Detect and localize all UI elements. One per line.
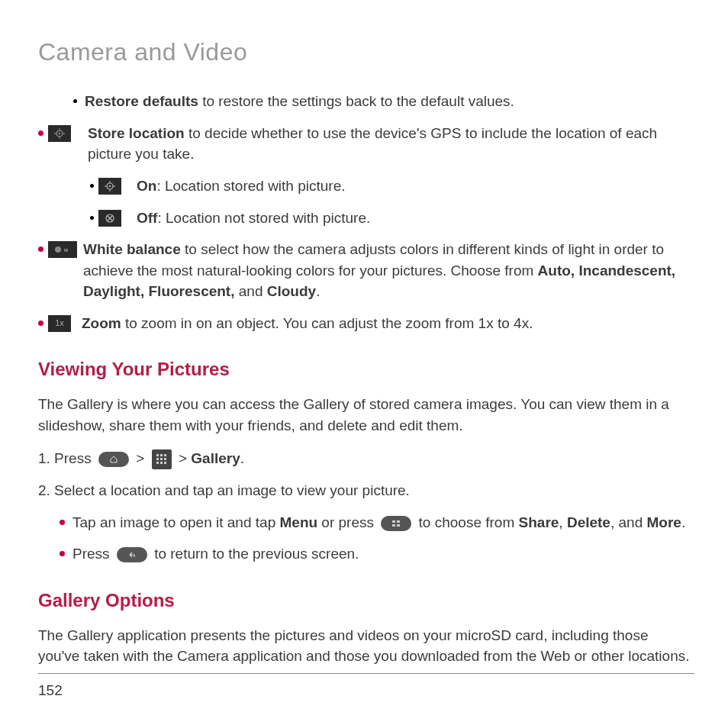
svg-rect-27 xyxy=(397,520,400,523)
bullet-store-location: Store location to decide whether to use … xyxy=(38,123,690,165)
bullet-text: White balance to select how the camera a… xyxy=(83,239,690,302)
svg-rect-21 xyxy=(160,458,163,460)
bullet-restore-defaults: Restore defaults to restore the settings… xyxy=(73,91,690,112)
text: : Location not stored with picture. xyxy=(157,210,370,226)
menu-button-icon xyxy=(381,516,411,531)
heading-viewing-pictures: Viewing Your Pictures xyxy=(38,356,690,383)
menu-label: Menu xyxy=(279,514,317,530)
viewing-intro: The Gallery is where you can access the … xyxy=(38,394,690,436)
svg-rect-18 xyxy=(160,454,163,456)
and: and xyxy=(234,283,266,299)
step-1: 1. Press > > Gallery. xyxy=(38,448,690,469)
t2: to return to the previous screen. xyxy=(154,546,359,562)
svg-rect-26 xyxy=(392,520,395,523)
bullet-text: Store location to decide whether to use … xyxy=(88,123,690,165)
svg-point-15 xyxy=(55,246,61,253)
bullet-zoom: 1x Zoom to zoom in on an object. You can… xyxy=(38,313,690,334)
back-button-icon xyxy=(117,547,147,562)
bullet-dot-icon xyxy=(38,130,43,136)
dot: . xyxy=(316,283,320,299)
step1-pre: 1. Press xyxy=(38,450,95,466)
text: to restore the settings back to the defa… xyxy=(198,93,514,109)
page-footer: 152 xyxy=(38,673,694,701)
zoom-icon-label: 1x xyxy=(55,317,64,330)
bullet-dot-icon xyxy=(38,321,43,326)
bullet-dot-icon xyxy=(60,520,65,525)
sep2: > xyxy=(179,450,191,466)
gps-off-icon xyxy=(98,210,121,227)
bullet-text: On: Location stored with picture. xyxy=(137,176,346,197)
svg-rect-28 xyxy=(392,524,395,527)
text: : Location stored with picture. xyxy=(156,178,345,194)
gps-on-icon xyxy=(98,178,121,195)
bullet-location-on: On: Location stored with picture. xyxy=(90,176,690,197)
bullet-dot-icon xyxy=(38,246,43,252)
t3: to choose from xyxy=(419,514,519,530)
bullet-location-off: Off: Location not stored with picture. xyxy=(90,208,690,229)
t1: Press xyxy=(72,546,114,562)
svg-rect-20 xyxy=(156,458,159,460)
bullet-dot-icon xyxy=(90,184,94,188)
gallery-label: Gallery xyxy=(191,450,240,466)
svg-rect-23 xyxy=(156,462,159,464)
sep1: > xyxy=(136,450,148,466)
bullet-dot-icon xyxy=(73,99,77,103)
label: Restore defaults xyxy=(85,93,198,109)
last-option: Cloudy xyxy=(267,283,316,299)
gallery-intro: The Gallery application presents the pic… xyxy=(38,625,690,667)
label: Store location xyxy=(88,125,185,141)
page-number: 152 xyxy=(38,680,694,701)
substep-open-image: Tap an image to open it and tap Menu or … xyxy=(60,512,690,533)
svg-rect-24 xyxy=(160,462,163,464)
delete-label: Delete xyxy=(567,514,610,530)
svg-point-1 xyxy=(59,133,60,134)
footer-divider xyxy=(38,673,694,674)
dot: . xyxy=(240,450,244,466)
text: to zoom in on an object. You can adjust … xyxy=(121,315,533,331)
bullet-text: Off: Location not stored with picture. xyxy=(137,208,370,229)
svg-rect-19 xyxy=(164,454,166,456)
home-button-icon xyxy=(98,452,129,467)
svg-rect-17 xyxy=(156,454,159,456)
bullet-text: Restore defaults to restore the settings… xyxy=(85,91,514,112)
label: Off xyxy=(137,210,157,226)
svg-rect-25 xyxy=(164,462,166,464)
c2: , and xyxy=(610,514,647,530)
white-balance-icon: w xyxy=(48,241,77,258)
svg-rect-22 xyxy=(164,458,166,460)
label: Zoom xyxy=(82,315,121,331)
substep-text: Tap an image to open it and tap Menu or … xyxy=(72,512,690,533)
svg-rect-29 xyxy=(397,524,400,527)
bullet-dot-icon xyxy=(60,551,65,556)
label: On xyxy=(137,178,156,194)
bullet-dot-icon xyxy=(90,216,94,220)
t2: or press xyxy=(317,514,378,530)
bullet-white-balance: w White balance to select how the camera… xyxy=(38,239,690,302)
dot: . xyxy=(681,514,685,530)
apps-grid-icon xyxy=(152,449,172,469)
zoom-icon: 1x xyxy=(48,315,71,332)
heading-gallery-options: Gallery Options xyxy=(38,588,690,614)
substep-back: Press to return to the previous screen. xyxy=(60,543,690,565)
t1: Tap an image to open it and tap xyxy=(72,514,279,530)
svg-point-7 xyxy=(109,185,111,187)
c1: , xyxy=(559,514,567,530)
substep-text: Press to return to the previous screen. xyxy=(72,543,359,565)
share-label: Share xyxy=(519,514,559,530)
more-label: More xyxy=(646,514,681,530)
label: White balance xyxy=(83,241,181,257)
bullet-text: Zoom to zoom in on an object. You can ad… xyxy=(82,313,690,334)
step-2: 2. Select a location and tap an image to… xyxy=(38,480,690,501)
svg-text:w: w xyxy=(63,247,69,253)
gps-icon xyxy=(48,125,71,142)
page-title: Camera and Video xyxy=(38,34,690,69)
